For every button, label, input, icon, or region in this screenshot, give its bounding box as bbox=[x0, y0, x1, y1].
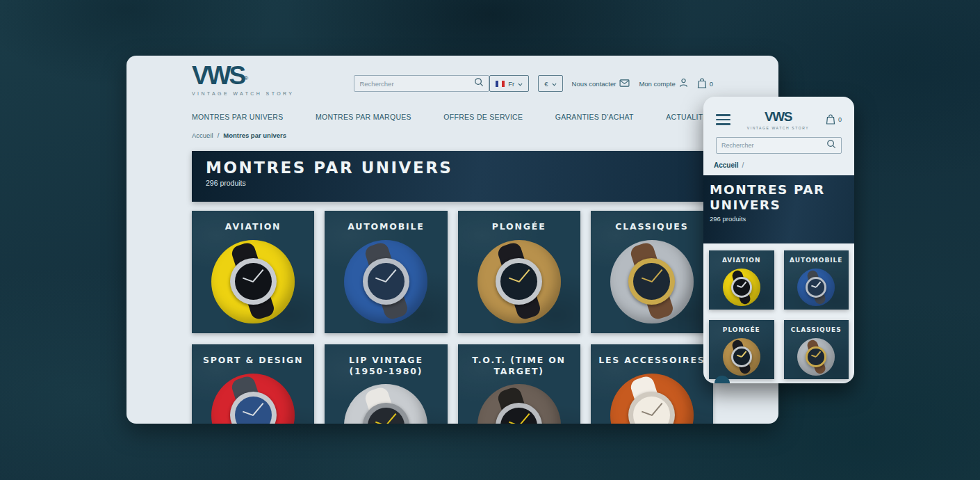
desktop-header: VWS® VINTAGE WATCH STORY Fr bbox=[192, 56, 713, 96]
chevron-down-icon bbox=[518, 80, 523, 88]
category-label: PLONGÉE bbox=[487, 221, 552, 232]
category-card-automobile[interactable]: AUTOMOBILE bbox=[784, 250, 849, 310]
breadcrumb: Accueil / bbox=[714, 161, 854, 169]
site-logo[interactable]: VWS® VINTAGE WATCH STORY bbox=[192, 63, 294, 96]
category-label: AUTOMOBILE bbox=[342, 221, 430, 232]
product-count: 296 produits bbox=[710, 215, 854, 223]
hamburger-menu-icon[interactable] bbox=[716, 113, 730, 127]
shopping-bag-icon bbox=[697, 78, 707, 90]
contact-label: Nous contacter bbox=[572, 80, 616, 88]
category-photo bbox=[610, 374, 694, 424]
search-icon[interactable] bbox=[826, 139, 836, 152]
account-label: Mon compte bbox=[639, 80, 675, 88]
category-card-accessoires[interactable]: LES ACCESSOIRES bbox=[591, 344, 713, 424]
category-card-aviation[interactable]: AVIATION bbox=[192, 211, 314, 333]
mobile-header: VWS VINTAGE WATCH STORY 0 bbox=[703, 97, 854, 130]
category-photo bbox=[797, 338, 835, 376]
main-navigation: MONTRES PAR UNIVERS MONTRES PAR MARQUES … bbox=[192, 113, 713, 121]
category-photo bbox=[211, 374, 295, 424]
currency-label: € bbox=[544, 80, 548, 88]
search-bar bbox=[716, 137, 842, 154]
site-logo[interactable]: VWS VINTAGE WATCH STORY bbox=[747, 109, 810, 130]
logo-tagline: VINTAGE WATCH STORY bbox=[747, 126, 810, 130]
category-photo bbox=[723, 338, 760, 376]
category-label: CLASSIQUES bbox=[610, 221, 694, 232]
account-link[interactable]: Mon compte bbox=[639, 78, 687, 89]
hero-banner: MONTRES PAR UNIVERS 296 produits bbox=[192, 151, 713, 202]
category-card-automobile[interactable]: AUTOMOBILE bbox=[325, 211, 447, 333]
category-card-classiques[interactable]: CLASSIQUES bbox=[591, 211, 713, 333]
search-input[interactable] bbox=[721, 142, 826, 149]
category-photo bbox=[477, 240, 561, 323]
category-label: T.O.T. (TIME ON TARGET) bbox=[458, 355, 580, 376]
category-card-plongee[interactable]: PLONGÉE bbox=[709, 320, 774, 379]
category-card-aviation[interactable]: AVIATION bbox=[709, 250, 774, 310]
breadcrumb-home[interactable]: Accueil bbox=[192, 131, 213, 139]
category-card-tot[interactable]: T.O.T. (TIME ON TARGET) bbox=[458, 344, 580, 424]
category-label: LIP VINTAGE (1950-1980) bbox=[325, 355, 447, 376]
category-label: LES ACCESSOIRES bbox=[593, 355, 710, 366]
breadcrumb-home[interactable]: Accueil bbox=[714, 161, 739, 169]
category-label: AVIATION bbox=[220, 221, 287, 232]
logo-text: VWS bbox=[192, 61, 244, 90]
cart-count: 0 bbox=[838, 116, 842, 123]
category-card-sport-design[interactable]: SPORT & DESIGN bbox=[192, 344, 314, 424]
desktop-page: VWS® VINTAGE WATCH STORY Fr bbox=[126, 56, 778, 424]
breadcrumb: Accueil / Montres par univers bbox=[192, 131, 713, 139]
shopping-bag-icon bbox=[826, 114, 835, 126]
nav-item-offres-de-service[interactable]: OFFRES DE SERVICE bbox=[443, 113, 523, 121]
breadcrumb-separator: / bbox=[742, 161, 744, 169]
product-count: 296 produits bbox=[206, 179, 713, 187]
nav-item-montres-par-univers[interactable]: MONTRES PAR UNIVERS bbox=[192, 113, 284, 121]
category-label: SPORT & DESIGN bbox=[197, 355, 309, 366]
category-label: CLASSIQUES bbox=[788, 326, 844, 334]
header-utilities: Fr € Nous contacter bbox=[489, 75, 713, 92]
category-photo bbox=[797, 269, 835, 306]
category-card-classiques[interactable]: CLASSIQUES bbox=[784, 320, 849, 379]
hero-banner: MONTRES PAR UNIVERS 296 produits bbox=[703, 175, 854, 243]
category-card-lip-vintage[interactable]: LIP VINTAGE (1950-1980) bbox=[325, 344, 447, 424]
search-input[interactable] bbox=[359, 80, 474, 88]
mobile-page: VWS VINTAGE WATCH STORY 0 Accuei bbox=[703, 97, 854, 383]
category-photo bbox=[477, 384, 561, 424]
breadcrumb-separator: / bbox=[218, 131, 220, 139]
breadcrumb-current: Montres par univers bbox=[223, 131, 286, 139]
french-flag-icon bbox=[496, 81, 505, 87]
category-label: AVIATION bbox=[719, 257, 764, 264]
cart-button[interactable]: 0 bbox=[826, 114, 842, 126]
cart-count: 0 bbox=[710, 80, 713, 88]
language-selector[interactable]: Fr bbox=[489, 75, 529, 92]
language-label: Fr bbox=[508, 80, 514, 88]
page-background: VWS® VINTAGE WATCH STORY Fr bbox=[0, 0, 980, 480]
registered-mark: ® bbox=[244, 75, 248, 81]
cart-button[interactable]: 0 bbox=[697, 78, 713, 90]
category-card-plongee[interactable]: PLONGÉE bbox=[458, 211, 580, 333]
contact-link[interactable]: Nous contacter bbox=[572, 79, 630, 88]
page-title: MONTRES PAR UNIVERS bbox=[206, 159, 713, 177]
nav-item-garanties-achat[interactable]: GARANTIES D'ACHAT bbox=[555, 113, 634, 121]
category-grid: AVIATION AUTOMOBILE PLONGÉE CLASSIQUES bbox=[709, 250, 849, 379]
search-bar bbox=[354, 75, 489, 92]
category-photo bbox=[344, 384, 427, 424]
currency-selector[interactable]: € bbox=[538, 75, 562, 92]
chevron-down-icon bbox=[552, 80, 557, 88]
logo-text: VWS bbox=[747, 109, 810, 125]
nav-item-montres-par-marques[interactable]: MONTRES PAR MARQUES bbox=[316, 113, 411, 121]
category-label: AUTOMOBILE bbox=[787, 257, 846, 264]
search-icon[interactable] bbox=[474, 77, 484, 90]
category-photo bbox=[211, 240, 295, 323]
category-photo bbox=[610, 240, 694, 323]
envelope-icon bbox=[619, 79, 630, 88]
category-photo bbox=[344, 240, 427, 323]
category-label: PLONGÉE bbox=[720, 326, 763, 334]
category-photo bbox=[723, 269, 760, 306]
user-icon bbox=[679, 78, 688, 89]
page-title: MONTRES PAR UNIVERS bbox=[710, 182, 854, 213]
logo-tagline: VINTAGE WATCH STORY bbox=[192, 91, 294, 96]
category-grid: AVIATION AUTOMOBILE PLONGÉE bbox=[192, 211, 713, 424]
